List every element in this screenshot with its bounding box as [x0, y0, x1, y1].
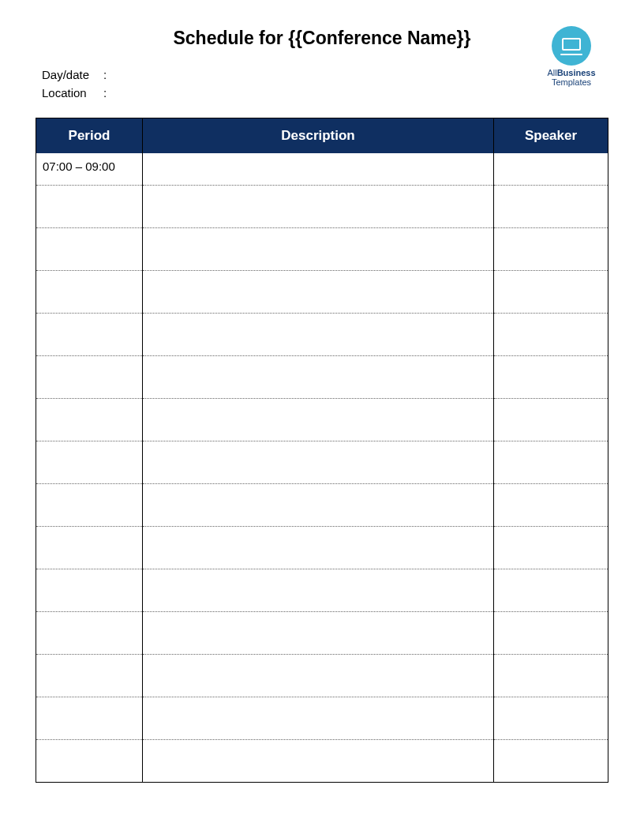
- cell-period: [36, 441, 143, 483]
- cell-description: [143, 185, 494, 227]
- schedule-table: Period Description Speaker 07:00 – 09:00: [36, 118, 608, 783]
- column-header-period: Period: [36, 118, 143, 154]
- cell-description: [143, 153, 494, 185]
- cell-speaker: [494, 355, 608, 398]
- table-row: [36, 270, 608, 313]
- cell-period: [36, 313, 143, 355]
- cell-speaker: [494, 153, 608, 185]
- table-row: [36, 185, 608, 227]
- cell-speaker: [494, 185, 608, 227]
- cell-period: [36, 569, 143, 611]
- cell-period: [36, 697, 143, 739]
- cell-speaker: [494, 313, 608, 355]
- table-row: [36, 313, 608, 355]
- table-row: [36, 355, 608, 398]
- logo-text-line1: AllBusiness: [536, 68, 607, 77]
- table-row: [36, 654, 608, 697]
- page-title: Schedule for {{Conference Name}}: [36, 28, 608, 49]
- meta-daydate: Day/date :: [42, 66, 608, 85]
- cell-period: 07:00 – 09:00: [36, 153, 143, 185]
- logo: AllBusiness Templates: [536, 26, 607, 87]
- column-header-speaker: Speaker: [494, 118, 608, 154]
- table-row: [36, 483, 608, 526]
- logo-icon: [552, 26, 591, 66]
- table-row: 07:00 – 09:00: [36, 153, 608, 185]
- table-row: [36, 227, 608, 270]
- cell-speaker: [494, 227, 608, 270]
- cell-speaker: [494, 569, 608, 611]
- cell-period: [36, 398, 143, 441]
- cell-description: [143, 697, 494, 739]
- table-row: [36, 398, 608, 441]
- meta-location: Location :: [42, 85, 608, 103]
- cell-description: [143, 526, 494, 569]
- cell-period: [36, 654, 143, 697]
- cell-period: [36, 227, 143, 270]
- cell-description: [143, 483, 494, 526]
- table-row: [36, 697, 608, 739]
- cell-description: [143, 270, 494, 313]
- column-header-description: Description: [143, 118, 494, 154]
- cell-period: [36, 611, 143, 654]
- cell-period: [36, 739, 143, 782]
- cell-period: [36, 185, 143, 227]
- cell-description: [143, 398, 494, 441]
- table-row: [36, 611, 608, 654]
- cell-speaker: [494, 654, 608, 697]
- cell-speaker: [494, 739, 608, 782]
- cell-speaker: [494, 526, 608, 569]
- cell-period: [36, 526, 143, 569]
- cell-description: [143, 313, 494, 355]
- colon: :: [103, 85, 107, 103]
- daydate-label: Day/date: [42, 66, 103, 85]
- location-label: Location: [42, 85, 103, 103]
- cell-speaker: [494, 441, 608, 483]
- table-row: [36, 526, 608, 569]
- cell-period: [36, 270, 143, 313]
- cell-description: [143, 654, 494, 697]
- cell-description: [143, 227, 494, 270]
- cell-description: [143, 739, 494, 782]
- cell-period: [36, 355, 143, 398]
- cell-description: [143, 569, 494, 611]
- table-row: [36, 569, 608, 611]
- cell-speaker: [494, 270, 608, 313]
- cell-speaker: [494, 611, 608, 654]
- cell-description: [143, 611, 494, 654]
- cell-period: [36, 483, 143, 526]
- colon: :: [103, 66, 107, 85]
- cell-description: [143, 355, 494, 398]
- table-row: [36, 739, 608, 782]
- laptop-icon: [560, 38, 582, 54]
- table-row: [36, 441, 608, 483]
- cell-speaker: [494, 697, 608, 739]
- logo-text-line2: Templates: [536, 77, 607, 87]
- cell-description: [143, 441, 494, 483]
- cell-speaker: [494, 398, 608, 441]
- cell-speaker: [494, 483, 608, 526]
